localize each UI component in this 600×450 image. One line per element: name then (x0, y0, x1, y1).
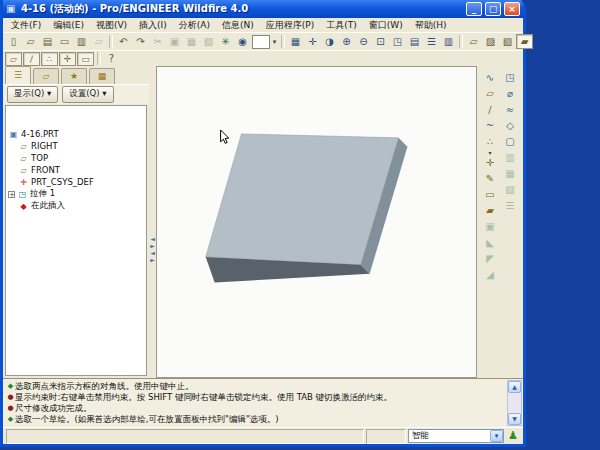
expand-icon[interactable]: + (8, 191, 15, 198)
datum-plane-tool-icon[interactable]: ▱ (482, 86, 499, 102)
select-status-box (252, 35, 270, 49)
tab-connections[interactable]: ▦ (89, 68, 115, 84)
annotation-tool-icon[interactable]: ▭ (482, 187, 499, 203)
annotation-display-toggle[interactable]: ▭ (77, 52, 94, 66)
orient-mode-icon[interactable]: ◑ (321, 34, 338, 49)
no-hidden-icon[interactable]: ▧ (499, 34, 516, 49)
save-icon[interactable]: ▤ (39, 34, 56, 49)
draft-tool-icon: ◢ (482, 267, 499, 283)
rib-tool-icon: ▥ (502, 150, 519, 166)
spin-center-icon[interactable]: ✛ (304, 34, 321, 49)
regenerate-icon[interactable]: ✳ (217, 34, 234, 49)
tree-item-insert-here[interactable]: ◆ 在此插入 (18, 200, 146, 212)
main-toolbar: ▯ ▱ ▤ ▭ ▥ ▱ ↶ ↷ ✂ ▣ ▦ ▧ ✳ ◉ ▾ ▦ ✛ ◑ ⊕ ⊖ … (3, 32, 523, 50)
datum-plane-display-toggle[interactable]: ▱ (5, 52, 22, 66)
panel-sash[interactable]: ◄ ► ◄ ► (149, 66, 156, 378)
datum-display-toolbar: ▱ ∕ ∴ ✛ ▭ ? (3, 50, 523, 66)
scroll-down-icon[interactable]: ▼ (508, 413, 521, 425)
datum-curve-tool-icon[interactable]: ~ (482, 118, 499, 134)
blend-tool-icon[interactable]: ◇ (502, 118, 519, 134)
boundary-blend-tool-icon[interactable]: ▢ (502, 134, 519, 150)
datum-point-display-toggle[interactable]: ∴ (41, 52, 58, 66)
toolbar-separator (109, 35, 113, 48)
menu-file[interactable]: 文件(F) (5, 18, 47, 33)
datum-axis-display-toggle[interactable]: ∕ (23, 52, 40, 66)
open-file-icon[interactable]: ▱ (22, 34, 39, 49)
extrude-feature-icon: ◳ (17, 190, 28, 199)
menu-edit[interactable]: 编辑(E) (47, 18, 90, 33)
menu-help[interactable]: 帮助(H) (409, 18, 453, 33)
extrude-tool-icon[interactable]: ◳ (502, 70, 519, 86)
hidden-line-icon[interactable]: ▨ (482, 34, 499, 49)
graphics-area[interactable] (156, 66, 477, 378)
minimize-button[interactable]: _ (466, 2, 482, 16)
datum-tool-column: ∿ ▱ ∕ ~ ∴ ▾ ✛ ✎ ▭ ▰ ▣ ◣ ◤ ◢ (482, 70, 499, 378)
layers-icon[interactable]: ☰ (423, 34, 440, 49)
tree-item-front-plane[interactable]: ▱ FRONT (18, 164, 146, 176)
menu-view[interactable]: 视图(V) (90, 18, 133, 33)
redo-icon[interactable]: ↷ (132, 34, 149, 49)
reorient-view-icon[interactable]: ◳ (389, 34, 406, 49)
menu-analysis[interactable]: 分析(A) (173, 18, 216, 33)
tree-item-label: 在此插入 (29, 200, 65, 212)
model-tree[interactable]: ▣ 4-16.PRT ▱ RIGHT ▱ TOP ▱ FRONT ✛ PRT (5, 105, 147, 376)
datum-csys-tool-icon[interactable]: ✛ (482, 155, 499, 171)
selection-filter-value: 智能 (409, 430, 490, 442)
navigator-tabs: ☰ ▱ ★ ▦ (3, 66, 149, 84)
print-icon[interactable]: ▭ (56, 34, 73, 49)
wireframe-icon[interactable]: ▱ (465, 34, 482, 49)
zoom-out-icon[interactable]: ⊖ (355, 34, 372, 49)
tree-item-csys[interactable]: ✛ PRT_CSYS_DEF (18, 176, 146, 188)
repaint-icon[interactable]: ▦ (287, 34, 304, 49)
tree-item-top-plane[interactable]: ▱ TOP (18, 152, 146, 164)
find-icon[interactable]: ◉ (234, 34, 251, 49)
menu-insert[interactable]: 插入(I) (133, 18, 173, 33)
app-icon: ▣ (6, 3, 18, 15)
expand-right-icon[interactable]: ► (150, 257, 155, 263)
view-manager-icon[interactable]: ▥ (440, 34, 457, 49)
status-bar: 智能 ▾ ♟ (3, 427, 523, 444)
title-bar[interactable]: ▣ 4-16 (活动的) - Pro/ENGINEER Wildfire 4.0… (3, 0, 523, 18)
settings-dropdown-button[interactable]: 设置(Q) ▾ (62, 86, 113, 103)
proe-window: ▣ 4-16 (活动的) - Pro/ENGINEER Wildfire 4.0… (0, 0, 526, 447)
sketch-tool-icon[interactable]: ✎ (482, 171, 499, 187)
close-button[interactable]: × (504, 2, 520, 16)
mouse-cursor (221, 130, 229, 143)
maximize-button[interactable]: ▢ (485, 2, 501, 16)
tree-item-extrude[interactable]: + ◳ 拉伸 1 (6, 188, 146, 200)
menu-tools[interactable]: 工具(T) (320, 18, 363, 33)
revolve-tool-icon[interactable]: ⌀ (502, 86, 519, 102)
tree-item-part[interactable]: ▣ 4-16.PRT (8, 128, 146, 140)
sweep-tool-icon[interactable]: ≈ (502, 102, 519, 118)
select-dropdown-icon[interactable]: ▾ (270, 38, 279, 46)
context-help-icon[interactable]: ? (103, 51, 120, 66)
message-scrollbar[interactable]: ▲ ▼ (507, 380, 522, 426)
chevron-down-icon[interactable]: ▾ (490, 430, 503, 442)
shaded-icon[interactable]: ▰ (516, 34, 533, 49)
style-tool-icon[interactable]: ∿ (482, 70, 499, 86)
model-tree-header: 显示(Q) ▾ 设置(Q) ▾ (3, 84, 149, 104)
select-items-icon[interactable]: ♟ (506, 429, 520, 443)
refit-icon[interactable]: ⊡ (372, 34, 389, 49)
undo-icon[interactable]: ↶ (115, 34, 132, 49)
selection-filter-combo[interactable]: 智能 ▾ (408, 429, 504, 443)
new-file-icon[interactable]: ▯ (5, 34, 22, 49)
tab-favorites[interactable]: ★ (61, 68, 87, 84)
menu-info[interactable]: 信息(N) (216, 18, 260, 33)
scroll-up-icon[interactable]: ▲ (508, 381, 521, 393)
insert-here-icon: ◆ (18, 202, 29, 211)
menu-window[interactable]: 窗口(W) (363, 18, 409, 33)
print-preview-icon[interactable]: ▥ (73, 34, 90, 49)
toolbar-separator (459, 35, 463, 48)
saved-views-icon[interactable]: ▤ (406, 34, 423, 49)
csys-display-toggle[interactable]: ✛ (59, 52, 76, 66)
datum-axis-tool-icon[interactable]: ∕ (482, 102, 499, 118)
tree-item-right-plane[interactable]: ▱ RIGHT (18, 140, 146, 152)
zoom-in-icon[interactable]: ⊕ (338, 34, 355, 49)
sketch-plane-tool-icon[interactable]: ▰ (482, 203, 499, 219)
tab-folder-browser[interactable]: ▱ (33, 68, 59, 84)
show-dropdown-button[interactable]: 显示(Q) ▾ (7, 86, 58, 103)
datum-point-tool-icon[interactable]: ∴ (482, 134, 499, 150)
tab-model-tree[interactable]: ☰ (5, 66, 31, 84)
menu-applications[interactable]: 应用程序(P) (260, 18, 320, 33)
